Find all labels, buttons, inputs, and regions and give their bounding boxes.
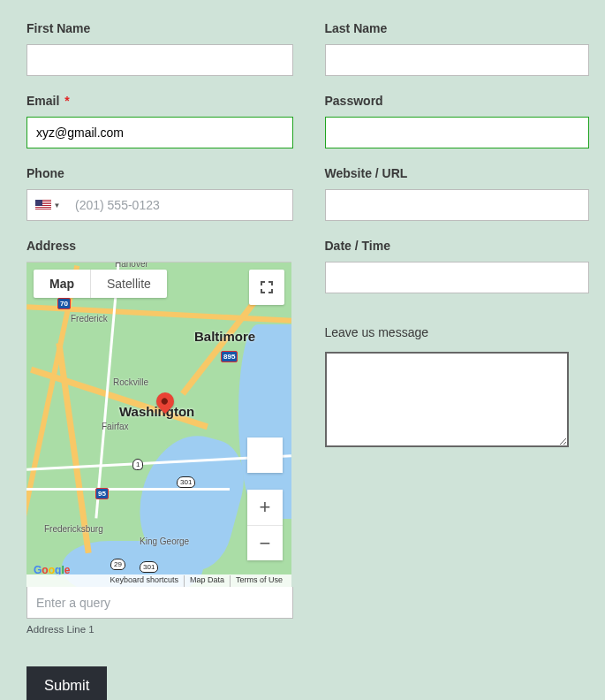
map-town-frederick: Frederick bbox=[71, 314, 108, 323]
map-tab-map[interactable]: Map bbox=[34, 270, 90, 298]
fullscreen-button[interactable] bbox=[249, 270, 284, 305]
website-label: Website / URL bbox=[325, 166, 590, 180]
last-name-label: Last Name bbox=[325, 21, 590, 35]
address-map-wrap: Hanover Frederick Baltimore Rockville Wa… bbox=[26, 262, 293, 635]
map-town-rockville: Rockville bbox=[113, 377, 148, 387]
password-input[interactable] bbox=[325, 117, 590, 148]
map-pan-control[interactable] bbox=[247, 438, 283, 473]
website-input[interactable] bbox=[325, 189, 590, 221]
email-field: Email * bbox=[26, 94, 293, 148]
email-input[interactable] bbox=[26, 117, 293, 148]
us-flag-icon bbox=[35, 200, 51, 210]
message-textarea[interactable] bbox=[325, 352, 569, 447]
map-shield-301b: 301 bbox=[140, 561, 158, 573]
map-town-hanover: Hanover bbox=[115, 262, 148, 269]
country-select-button[interactable]: ▼ bbox=[27, 190, 68, 220]
address-query-input[interactable] bbox=[26, 587, 293, 619]
left-column: First Name Email * Phone ▼ Address bbox=[26, 21, 293, 652]
map-attribution: Keyboard shortcuts Map Data Terms of Use bbox=[26, 574, 291, 587]
phone-wrapper: ▼ bbox=[26, 189, 293, 221]
phone-field: Phone ▼ bbox=[26, 166, 293, 221]
map-shield-1: 1 bbox=[132, 459, 143, 470]
message-label: Leave us message bbox=[325, 325, 590, 339]
contact-form: First Name Email * Phone ▼ Address bbox=[0, 0, 605, 663]
datetime-field: Date / Time bbox=[325, 239, 590, 293]
map-type-tabs: Map Satellite bbox=[34, 270, 167, 298]
zoom-in-button[interactable]: + bbox=[247, 490, 283, 525]
address-field: Address Hanover bbox=[26, 239, 293, 635]
email-label-text: Email bbox=[26, 94, 59, 108]
map-town-fairfax: Fairfax bbox=[102, 422, 129, 431]
zoom-controls: + − bbox=[247, 490, 283, 560]
map-shield-895: 895 bbox=[221, 351, 238, 362]
map-shield-95: 95 bbox=[95, 488, 109, 499]
map-data-link[interactable]: Map Data bbox=[190, 575, 231, 587]
zoom-out-button[interactable]: − bbox=[247, 525, 283, 560]
last-name-field: Last Name bbox=[325, 21, 590, 76]
right-column: Last Name Password Website / URL Date / … bbox=[325, 21, 590, 652]
google-map[interactable]: Hanover Frederick Baltimore Rockville Wa… bbox=[26, 262, 291, 587]
required-marker: * bbox=[64, 94, 69, 108]
caret-down-icon: ▼ bbox=[54, 202, 61, 209]
phone-label: Phone bbox=[26, 166, 293, 180]
message-field: Leave us message bbox=[325, 325, 590, 451]
first-name-input[interactable] bbox=[26, 44, 293, 76]
datetime-label: Date / Time bbox=[325, 239, 590, 253]
website-field: Website / URL bbox=[325, 166, 590, 221]
terms-link[interactable]: Terms of Use bbox=[236, 575, 288, 587]
address-label: Address bbox=[26, 239, 293, 253]
keyboard-shortcuts-link[interactable]: Keyboard shortcuts bbox=[110, 575, 185, 587]
phone-input[interactable] bbox=[68, 190, 292, 220]
map-shield-29: 29 bbox=[110, 559, 125, 570]
map-shield-301a: 301 bbox=[177, 476, 195, 488]
map-town-fredericksburg: Fredericksburg bbox=[44, 524, 103, 534]
password-label: Password bbox=[325, 94, 590, 108]
email-label: Email * bbox=[26, 94, 293, 108]
map-town-king-george: King George bbox=[140, 536, 189, 546]
fullscreen-icon bbox=[261, 281, 273, 293]
last-name-input[interactable] bbox=[325, 44, 590, 76]
address-sublabel: Address Line 1 bbox=[26, 624, 293, 635]
first-name-label: First Name bbox=[26, 21, 293, 35]
submit-button[interactable]: Submit bbox=[26, 666, 107, 700]
datetime-input[interactable] bbox=[325, 262, 590, 293]
map-tab-satellite[interactable]: Satellite bbox=[90, 270, 167, 298]
map-shield-70: 70 bbox=[57, 298, 71, 309]
first-name-field: First Name bbox=[26, 21, 293, 76]
map-city-baltimore: Baltimore bbox=[194, 329, 255, 344]
password-field: Password bbox=[325, 94, 590, 148]
